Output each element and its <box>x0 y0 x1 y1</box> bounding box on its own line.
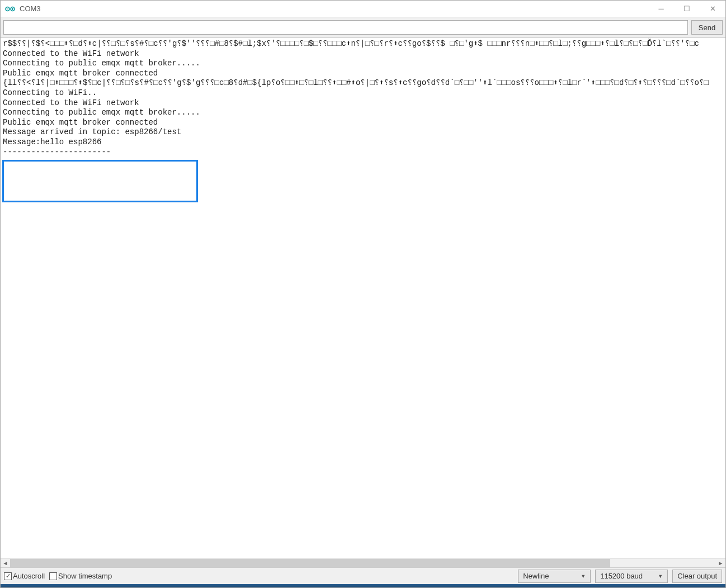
minimize-button[interactable]: ─ <box>648 1 674 17</box>
serial-input[interactable] <box>3 20 688 35</box>
console-line: Connected to the WiFi network <box>3 49 725 59</box>
scroll-thumb[interactable] <box>10 559 610 568</box>
timestamp-checkbox[interactable]: Show timestamp <box>49 572 112 580</box>
checkbox-icon: ✓ <box>4 572 12 580</box>
send-button[interactable]: Send <box>691 20 723 35</box>
console-line: r$$⸮⸮|⸮$⸮<□□□⬆⸮□d⸮⬆c|⸮⸮□⸮□⸮s⸮#⸮□c⸮⸮'g⸮$'… <box>3 39 725 49</box>
checkbox-icon <box>49 572 57 580</box>
console-line: Connecting to public emqx mqtt broker...… <box>3 59 725 69</box>
chevron-down-icon: ▼ <box>658 573 663 579</box>
scroll-right-arrow-icon[interactable]: ► <box>716 559 725 568</box>
console-line: Public emqx mqtt broker connected <box>3 118 725 128</box>
serial-console[interactable]: r$$⸮⸮|⸮$⸮<□□□⬆⸮□d⸮⬆c|⸮⸮□⸮□⸮s⸮#⸮□c⸮⸮'g⸮$'… <box>1 38 725 558</box>
console-wrap: r$$⸮⸮|⸮$⸮<□□□⬆⸮□d⸮⬆c|⸮⸮□⸮□⸮s⸮#⸮□c⸮⸮'g⸮$'… <box>1 38 725 567</box>
window-title: COM3 <box>20 4 41 13</box>
autoscroll-label: Autoscroll <box>13 572 45 580</box>
clear-output-button[interactable]: Clear output <box>672 570 722 583</box>
bottombar: ✓ Autoscroll Show timestamp Newline ▼ 11… <box>1 567 725 584</box>
console-line: ----------------------- <box>3 148 725 158</box>
close-button[interactable]: ✕ <box>700 1 725 17</box>
console-line: {ll⸮⸮<⸮l⸮|□⬆□□□⸮⬆$⸮□c|⸮⸮□⸮□⸮s⸮#⸮□c⸮⸮'g⸮$… <box>3 78 725 88</box>
chevron-down-icon: ▼ <box>581 573 586 579</box>
baud-rate-value: 115200 baud <box>600 572 643 580</box>
horizontal-scrollbar[interactable]: ◄ ► <box>1 558 725 567</box>
scroll-left-arrow-icon[interactable]: ◄ <box>1 559 10 568</box>
line-ending-value: Newline <box>523 572 549 580</box>
send-row: Send <box>1 17 725 38</box>
autoscroll-checkbox[interactable]: ✓ Autoscroll <box>4 572 45 580</box>
arduino-icon <box>5 4 15 14</box>
console-line: Connected to the WiFi network <box>3 98 725 108</box>
titlebar: COM3 ─ ☐ ✕ <box>1 1 725 17</box>
line-ending-select[interactable]: Newline ▼ <box>518 570 591 583</box>
console-line: Message arrived in topic: esp8266/test <box>3 127 725 137</box>
console-line: Connecting to WiFi.. <box>3 88 725 98</box>
console-line: Message:hello esp8266 <box>3 137 725 148</box>
console-line: Connecting to public emqx mqtt broker...… <box>3 108 725 118</box>
scroll-track[interactable] <box>10 559 716 568</box>
console-line: Public emqx mqtt broker connected <box>3 69 725 79</box>
window-controls: ─ ☐ ✕ <box>648 1 725 17</box>
timestamp-label: Show timestamp <box>58 572 112 580</box>
taskbar-strip <box>1 584 725 587</box>
baud-rate-select[interactable]: 115200 baud ▼ <box>595 570 668 583</box>
maximize-button[interactable]: ☐ <box>674 1 700 17</box>
